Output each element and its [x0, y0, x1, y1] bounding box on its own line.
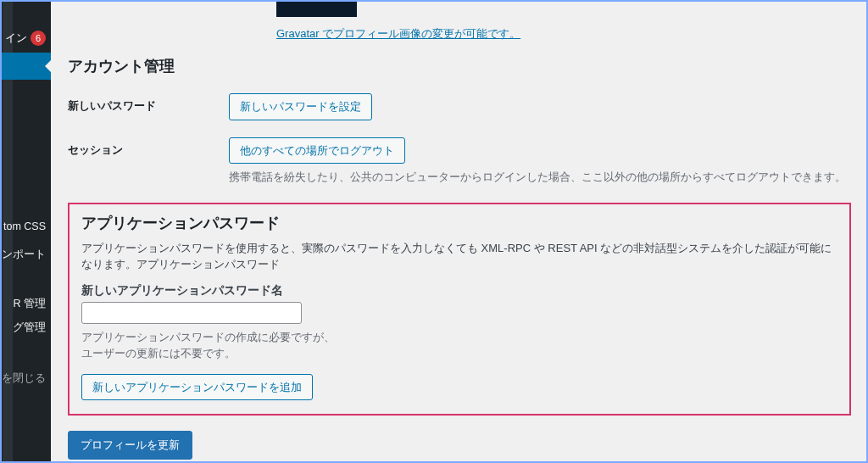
update-profile-button[interactable]: プロフィールを更新: [68, 431, 192, 460]
app-passwords-intro: アプリケーションパスワードを使用すると、実際のパスワードを入力しなくても XML…: [81, 240, 837, 273]
row-new-password: 新しいパスワード 新しいパスワードを設定: [68, 93, 851, 120]
generate-password-button[interactable]: 新しいパスワードを設定: [229, 93, 372, 120]
row-sessions: セッション 他のすべての場所でログアウト 携帯電話を紛失したり、公共のコンピュー…: [68, 137, 851, 186]
app-password-help-2: ユーザーの更新には不要です。: [81, 347, 236, 360]
sidebar-label: tom CSS: [3, 220, 46, 232]
sidebar-item-tag-admin[interactable]: グ管理: [0, 314, 51, 342]
app-password-name-label: 新しいアプリケーションパスワード名: [81, 283, 837, 298]
sidebar-item-import[interactable]: ンポート: [0, 241, 51, 269]
session-description: 携帯電話を紛失したり、公共のコンピューターからログインした場合、ここ以外の他の場…: [229, 169, 851, 186]
sidebar-label: イン: [5, 31, 27, 46]
add-app-password-button[interactable]: 新しいアプリケーションパスワードを追加: [81, 374, 313, 401]
sidebar-collapse[interactable]: ◀ を閉じる: [0, 365, 51, 393]
app-passwords-heading: アプリケーションパスワード: [81, 213, 837, 233]
sidebar-item-users-active[interactable]: [0, 53, 51, 80]
new-password-label: 新しいパスワード: [68, 93, 229, 114]
avatar: [276, 0, 357, 17]
sidebar-label: R 管理: [14, 297, 47, 311]
sidebar-label: を閉じる: [2, 371, 46, 386]
admin-sidebar: イン 6 tom CSS ンポート R 管理 グ管理 ◀ を閉じる: [0, 0, 51, 463]
app-password-name-input[interactable]: [81, 302, 302, 324]
plugins-update-badge: 6: [31, 31, 46, 46]
active-pointer-icon: [38, 59, 51, 73]
logout-everywhere-button[interactable]: 他のすべての場所でログアウト: [229, 137, 405, 165]
account-heading: アカウント管理: [68, 56, 851, 76]
session-label: セッション: [68, 137, 229, 158]
application-passwords-section: アプリケーションパスワード アプリケーションパスワードを使用すると、実際のパスワ…: [68, 203, 851, 416]
sidebar-item-custom-css[interactable]: tom CSS: [0, 214, 51, 239]
sidebar-item-plugins[interactable]: イン 6: [0, 24, 51, 53]
sidebar-label: グ管理: [13, 321, 46, 335]
sidebar-label: ンポート: [2, 248, 46, 262]
gravatar-link[interactable]: Gravatar でプロフィール画像の変更が可能です。: [276, 26, 520, 42]
app-password-help-1: アプリケーションパスワードの作成に必要ですが、: [81, 331, 335, 343]
main-content: Gravatar でプロフィール画像の変更が可能です。 アカウント管理 新しいパ…: [51, 0, 868, 463]
